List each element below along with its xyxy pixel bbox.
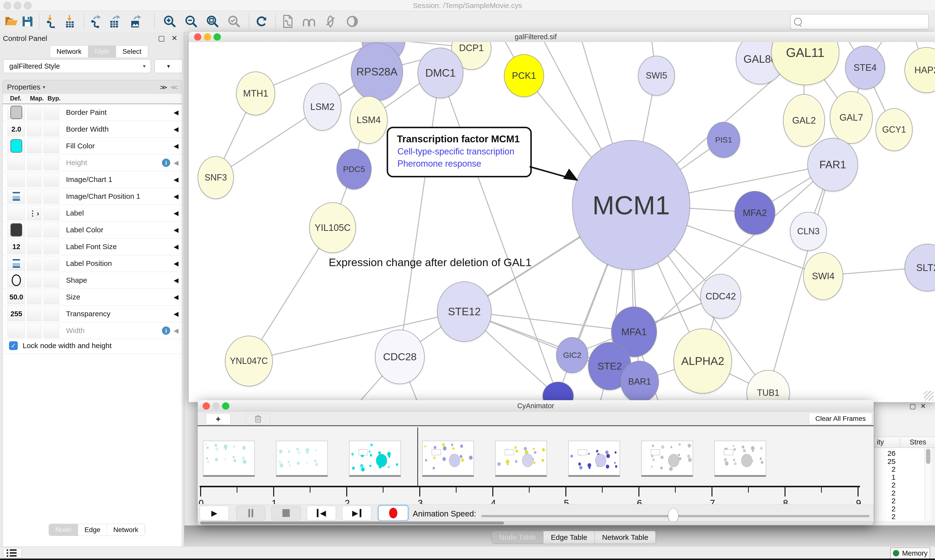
tab-edge-table[interactable]: Edge Table	[543, 531, 595, 544]
ellipse-shape-icon[interactable]	[12, 274, 21, 286]
property-row[interactable]: 255Transparency◀	[3, 306, 182, 322]
timeline-scrollbar[interactable]	[198, 521, 874, 525]
expand-row-icon[interactable]: ◀	[174, 109, 179, 116]
close-panel-icon[interactable]: ✕	[171, 34, 177, 42]
scrollbar-thumb[interactable]	[926, 449, 930, 464]
node-ste4[interactable]: STE4	[845, 46, 885, 89]
node-lsm2[interactable]: LSM2	[303, 83, 341, 131]
show-panel-icon[interactable]	[345, 14, 359, 28]
node-mcm1[interactable]: MCM1	[572, 140, 690, 270]
expand-row-icon[interactable]: ◀	[174, 126, 179, 133]
property-row[interactable]: Shape◀	[3, 272, 182, 289]
node-hap2[interactable]: HAP2	[904, 47, 935, 93]
tab-edge[interactable]: Edge	[78, 524, 107, 536]
position-icon[interactable]	[13, 259, 20, 268]
node-gic2[interactable]: GIC2	[556, 337, 588, 373]
play-button[interactable]: ▶	[200, 506, 229, 520]
export-image-icon[interactable]	[128, 14, 143, 28]
discrete-mapping-icon[interactable]: ⋮›	[29, 209, 40, 217]
property-row[interactable]: 12Label Font Size◀	[3, 238, 182, 255]
node-cdc28[interactable]: CDC28	[375, 330, 425, 384]
node-blu1[interactable]	[543, 382, 574, 402]
frame-thumbnail-3[interactable]	[422, 441, 474, 477]
table-cell[interactable]: 2	[874, 481, 896, 489]
table-cell[interactable]: 2	[874, 489, 896, 497]
caption-annotation[interactable]: Expression change after deletion of GAL1	[329, 256, 532, 269]
frame-thumbnail-5[interactable]	[568, 441, 620, 477]
node-gal11[interactable]: GAL11	[771, 42, 839, 85]
expand-row-icon[interactable]: ◀	[174, 327, 179, 334]
node-lsm4[interactable]: LSM4	[350, 96, 388, 144]
task-list-button[interactable]	[3, 548, 22, 558]
expand-row-icon[interactable]: ◀	[174, 209, 179, 217]
table-col-stress[interactable]: Stres	[910, 438, 926, 446]
tab-node[interactable]: Node	[49, 524, 78, 536]
zoom-out-icon[interactable]	[184, 14, 198, 28]
node-pck1[interactable]: PCK1	[504, 54, 544, 97]
property-row[interactable]: 2.0Border Width◀	[3, 121, 182, 138]
node-dmc1[interactable]: DMC1	[418, 48, 463, 98]
expand-row-icon[interactable]: ◀	[174, 176, 179, 183]
node-mfa2[interactable]: MFA2	[734, 191, 775, 235]
zoom-in-icon[interactable]	[163, 14, 177, 28]
property-row[interactable]: Heighti◀	[3, 154, 182, 171]
column-divider[interactable]	[900, 438, 900, 447]
node-cdc42[interactable]: CDC42	[700, 274, 741, 319]
property-row[interactable]: Widthi◀	[3, 322, 182, 339]
node-swi4[interactable]: SWI4	[803, 252, 843, 300]
node-alpha2[interactable]: ALPHA2	[673, 328, 732, 394]
network-canvas[interactable]: DCP1RPS28ADMC1PCK1SWI5GAL80GAL11STE4HAP2…	[189, 42, 935, 402]
default-value[interactable]: 50.0	[9, 293, 23, 301]
scrollbar-thumb[interactable]	[200, 522, 504, 525]
clear-all-frames-button[interactable]: Clear All Frames	[809, 413, 872, 425]
property-row[interactable]: 50.0Size◀	[3, 289, 182, 306]
playhead[interactable]	[417, 428, 418, 487]
node-ynl047c[interactable]: YNL047C	[225, 336, 273, 386]
position-icon[interactable]	[13, 192, 20, 201]
property-row[interactable]: Label Color◀	[3, 222, 182, 238]
delete-frame-button[interactable]	[246, 413, 270, 425]
node-slt2[interactable]: SLT2	[904, 244, 935, 291]
speed-slider-thumb[interactable]	[668, 508, 678, 523]
color-swatch[interactable]	[11, 223, 22, 237]
cyanimator-titlebar[interactable]: CyAnimator	[198, 400, 874, 412]
save-session-icon[interactable]	[20, 14, 35, 28]
property-row[interactable]: Image/Chart 1◀	[3, 171, 182, 188]
network-window-titlebar[interactable]: galFiltered.sif	[189, 32, 935, 42]
search-input[interactable]	[790, 14, 929, 29]
node-yil105c[interactable]: YIL105C	[309, 202, 356, 253]
table-col-ity[interactable]: ity	[877, 438, 884, 446]
node-snf3[interactable]: SNF3	[198, 156, 234, 199]
info-icon[interactable]: i	[162, 326, 170, 335]
expand-all-icon[interactable]: ≫	[160, 84, 167, 91]
node-pis1[interactable]: PIS1	[707, 122, 740, 158]
node-mth1[interactable]: MTH1	[236, 72, 275, 115]
node-bar1[interactable]: BAR1	[620, 361, 659, 402]
table-cell[interactable]: 25	[874, 457, 896, 466]
table-cell[interactable]: 2	[874, 512, 896, 521]
properties-header[interactable]: Properties ▾ ≫ ≪	[3, 80, 182, 94]
style-options-button[interactable]: ▾	[154, 59, 183, 73]
color-swatch[interactable]	[11, 106, 22, 119]
tab-select[interactable]: Select	[116, 46, 148, 57]
import-network-icon[interactable]	[43, 14, 57, 28]
zoom-fit-icon[interactable]	[205, 14, 220, 28]
expand-row-icon[interactable]: ◀	[174, 277, 179, 284]
default-value[interactable]: 12	[12, 243, 20, 251]
timeline[interactable]: 0123456789 Seconds	[198, 426, 874, 504]
node-swi5[interactable]: SWI5	[638, 56, 675, 95]
skip-to-end-button[interactable]: ▶	[342, 506, 371, 520]
float-panel-icon[interactable]: ▢	[158, 34, 165, 42]
stop-button[interactable]	[272, 506, 301, 520]
table-cell[interactable]: 2	[874, 465, 896, 474]
expand-row-icon[interactable]: ◀	[174, 293, 179, 301]
color-swatch[interactable]	[11, 139, 22, 152]
export-network-icon[interactable]	[88, 14, 102, 28]
node-gal2[interactable]: GAL2	[783, 94, 825, 147]
export-table-icon[interactable]	[108, 14, 122, 28]
table-cell[interactable]: 2	[874, 497, 896, 505]
clone-network-icon[interactable]	[281, 14, 295, 28]
expand-row-icon[interactable]: ◀	[174, 243, 179, 251]
node-far1[interactable]: FAR1	[807, 138, 858, 191]
tab-network-table[interactable]: Network Table	[595, 531, 656, 544]
